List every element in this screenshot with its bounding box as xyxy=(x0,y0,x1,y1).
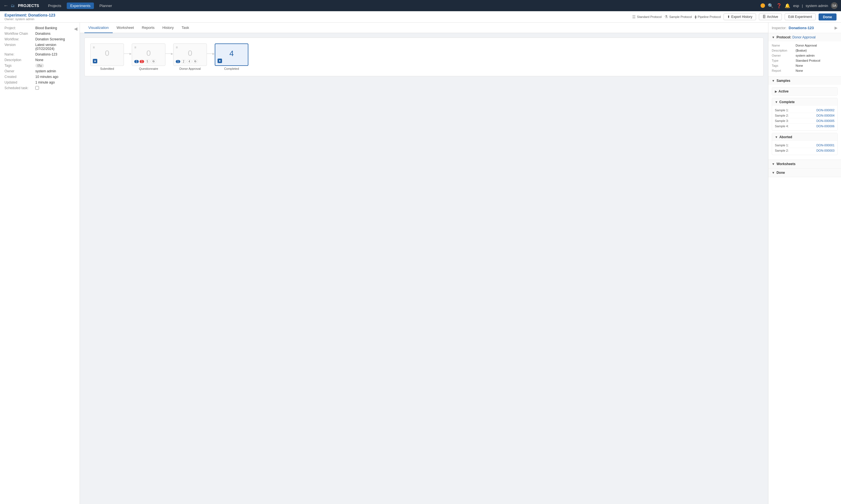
right-panel: Inspector: Donations-123 ▶ ▼ Protocol: D… xyxy=(768,23,841,504)
aborted-sample-1-label: Sample 1: xyxy=(775,144,789,147)
done-button[interactable]: Done xyxy=(819,14,837,20)
tabs-bar: Visualization Worksheet Reports History … xyxy=(80,23,768,33)
questionnaire-count: 0 xyxy=(146,49,151,58)
sample-2-link[interactable]: DON-000004 xyxy=(816,114,835,117)
protocol-tags-label: Tags xyxy=(772,64,795,67)
protocol-report-label: Report xyxy=(772,69,795,72)
back-button[interactable]: ← xyxy=(3,3,8,9)
stage-donor-approval-box[interactable]: ≡ 0 1 2 4 ⧉ xyxy=(173,43,207,66)
aborted-sample-2-link[interactable]: DON-000003 xyxy=(816,149,835,152)
active-subsection-header[interactable]: ▶ Active xyxy=(772,88,837,95)
sidebar-created-value: 10 minutes ago xyxy=(35,75,75,79)
protocol-description-row: Description {$value} xyxy=(772,49,838,52)
sample-row: Sample 3: DON-000005 xyxy=(775,118,835,124)
top-navigation: ← 🗂 PROJECTS Projects Experiments Planne… xyxy=(0,0,841,11)
sidebar-created-label: Created xyxy=(4,75,35,79)
protocol-section-label: Protocol: xyxy=(776,35,791,39)
sample-4-link[interactable]: DON-000006 xyxy=(816,124,835,128)
complete-subsection-title: Complete xyxy=(779,100,795,104)
sidebar-tags-value: l7u xyxy=(35,64,75,68)
tag-badge: l7u xyxy=(35,64,44,68)
sub-header: Experiment: Donations-123 Owner: system … xyxy=(0,11,841,23)
tab-worksheet[interactable]: Worksheet xyxy=(113,23,138,33)
experiment-owner: Owner: system admin xyxy=(4,17,55,21)
stage-submitted-box[interactable]: ≡ 0 ■ xyxy=(90,43,124,66)
tab-visualization[interactable]: Visualization xyxy=(84,23,113,33)
user-avatar[interactable]: SA xyxy=(831,2,838,9)
complete-subsection-header[interactable]: ▼ Complete xyxy=(772,98,837,106)
submitted-badges: ■ xyxy=(93,59,97,64)
sidebar-name-label: Name: xyxy=(4,52,35,56)
donor-approval-badges: 1 2 4 ⧉ xyxy=(176,59,198,64)
aborted-sample-1-link[interactable]: DON-000001 xyxy=(816,144,835,147)
q-badge-3: 5 xyxy=(145,60,150,64)
sidebar-updated-label: Updated xyxy=(4,80,35,84)
panel-collapse-button[interactable]: ▶ xyxy=(835,25,838,30)
search-icon[interactable]: 🔍 xyxy=(768,3,773,8)
worksheets-toggle-icon: ▼ xyxy=(772,162,775,166)
sample-4-label: Sample 4: xyxy=(775,124,789,128)
help-icon[interactable]: ❓ xyxy=(776,3,782,8)
sample-1-label: Sample 1: xyxy=(775,108,789,112)
standard-protocol-icon: ☰ xyxy=(632,15,636,19)
tab-task[interactable]: Task xyxy=(178,23,193,33)
sidebar-scheduled-task-value xyxy=(35,86,75,91)
stage-completed-box[interactable]: 4 ■ xyxy=(215,43,248,66)
aborted-subsection-header[interactable]: ▼ Aborted xyxy=(772,133,837,141)
protocol-owner-value: system admin xyxy=(795,54,838,57)
samples-section: ▼ Samples ▶ Active ▼ Complete xyxy=(768,76,841,160)
nav-planner-button[interactable]: Planner xyxy=(96,2,115,9)
stage-completed: 4 ■ Completed xyxy=(215,43,248,70)
complete-subsection-body: Sample 1: DON-000002 Sample 2: DON-00000… xyxy=(772,106,837,130)
donor-approval-label: Donor Approval xyxy=(179,67,201,70)
sidebar-scheduled-task-row: Scheduled task: xyxy=(4,86,75,91)
submitted-badge-1: ■ xyxy=(93,59,97,64)
sample-row: Sample 2: DON-000004 xyxy=(775,113,835,118)
nav-username: system admin xyxy=(806,4,828,8)
sidebar-workflow-chain-label: Workflow Chain xyxy=(4,32,35,36)
done-section-header[interactable]: ▼ Done xyxy=(768,168,841,177)
toolbar: ☰ Standard Protocol ⚗ Sample Protocol ⧫ … xyxy=(632,14,837,20)
edit-experiment-button[interactable]: Edit Experiment xyxy=(785,14,816,20)
sample-1-link[interactable]: DON-000002 xyxy=(816,108,835,112)
archive-button[interactable]: 🗄 Archive xyxy=(759,14,782,20)
sidebar-updated-row: Updated 1 minute ago xyxy=(4,80,75,84)
sidebar-version-value: Latest version (07/22/2024) xyxy=(35,43,75,51)
pipeline-protocol-label: Pipeline Protocol xyxy=(698,15,721,18)
sidebar-project-row: Project: Blood Banking xyxy=(4,26,75,30)
tab-history[interactable]: History xyxy=(158,23,177,33)
export-history-button[interactable]: ⬆ Export History xyxy=(723,14,756,20)
archive-icon: 🗄 xyxy=(763,15,766,19)
da-badge-3: 4 xyxy=(187,60,192,64)
protocol-name-row: Name Donor Approval xyxy=(772,44,838,47)
questionnaire-list-icon: ≡ xyxy=(134,46,136,49)
completed-badge-1: ■ xyxy=(217,59,222,63)
sample-3-link[interactable]: DON-000005 xyxy=(816,119,835,123)
notifications-icon[interactable]: 🔔 xyxy=(785,3,790,8)
arrow-3: ▶ xyxy=(207,43,215,70)
active-toggle-icon: ▶ xyxy=(775,90,777,93)
protocol-name-value: Donor Approval xyxy=(795,44,838,47)
worksheets-section: ▼ Worksheets xyxy=(768,160,841,168)
sidebar-collapse-button[interactable]: ◀ xyxy=(74,26,77,31)
sidebar-version-label: Version xyxy=(4,43,35,51)
tab-reports[interactable]: Reports xyxy=(138,23,159,33)
questionnaire-label: Questionnaire xyxy=(139,67,158,70)
worksheets-section-header[interactable]: ▼ Worksheets xyxy=(768,160,841,168)
protocol-owner-label: Owner xyxy=(772,54,795,57)
arrow-2: ▶ xyxy=(165,43,173,70)
protocol-section-header[interactable]: ▼ Protocol: Donor Approval xyxy=(768,33,841,41)
sidebar-workflow-value: Donation Screening xyxy=(35,37,75,41)
protocol-type-value: Standard Protocol xyxy=(795,59,838,62)
scheduled-task-checkbox[interactable] xyxy=(35,86,39,90)
nav-projects-button[interactable]: Projects xyxy=(44,2,65,9)
arrow-1-head: ▶ xyxy=(129,52,132,55)
stage-questionnaire-box[interactable]: ≡ 0 1 1 5 ⧉ xyxy=(132,43,165,66)
visualization-content: ≡ 0 ■ Submitted ▶ ≡ 0 xyxy=(80,33,768,504)
samples-section-header[interactable]: ▼ Samples xyxy=(768,76,841,85)
standard-protocol-item: ☰ Standard Protocol xyxy=(632,15,662,19)
nav-experiments-button[interactable]: Experiments xyxy=(67,2,94,9)
sidebar-project-label: Project: xyxy=(4,26,35,30)
sidebar-owner-value: system admin xyxy=(35,69,75,73)
sidebar-description-row: Description None xyxy=(4,58,75,62)
